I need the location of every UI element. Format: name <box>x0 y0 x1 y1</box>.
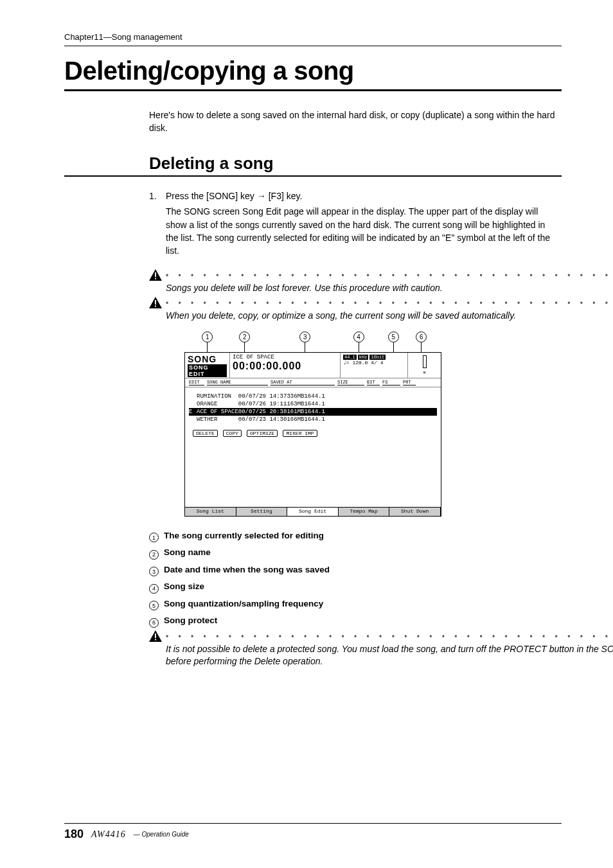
delete-button[interactable]: DELETE <box>193 430 218 437</box>
svg-rect-5 <box>155 639 156 640</box>
legend-label-5: Song quantization/sampling frequency <box>164 599 323 608</box>
cell-bit: 16 <box>304 400 311 408</box>
col-name: SONG NAME <box>207 380 268 385</box>
callout-4: 4 <box>353 332 364 342</box>
edit-mark <box>189 416 197 423</box>
screen-table-header: EDIT SONG NAME SAVED AT SIZE BIT FS PRT <box>185 378 441 387</box>
table-row[interactable]: ORANGE 00/07/26 19:11 163MB 16 44.1 <box>189 400 437 408</box>
cell-size: 163MB <box>287 400 304 408</box>
warning-text-3: It is not possible to delete a protected… <box>166 643 613 668</box>
footer-brand: AW4416 <box>91 829 126 840</box>
cell-name: WETHER <box>197 416 238 423</box>
cell-date: 00/07/23 14:30 <box>238 416 287 423</box>
legend-item-1: 1 The song currently selected for editin… <box>149 531 562 542</box>
cell-bit: 16 <box>304 408 311 416</box>
tab-song-list[interactable]: Song List <box>185 507 236 516</box>
cell-name: ACE OF SPACE <box>197 408 238 416</box>
time-sig-display: 4/ 4 <box>371 360 383 366</box>
legend-circle-6: 6 <box>149 618 159 628</box>
tab-setting[interactable]: Setting <box>236 507 288 516</box>
tempo-display: ♩= 120.0 <box>343 360 368 366</box>
warning-text-2: When you delete, copy, or optimize a son… <box>166 310 613 323</box>
legend-circle-4: 4 <box>149 584 159 594</box>
warning-icon <box>149 630 166 644</box>
bit-depth-badge: 16bit <box>369 355 386 360</box>
lcd-screen: SONG SONG EDIT ICE OF SPACE 00:00:00.000… <box>184 352 441 517</box>
tab-song-edit[interactable]: Song Edit <box>287 507 339 516</box>
cell-date: 00/07/29 14:37 <box>238 393 287 400</box>
callout-1: 1 <box>202 332 213 342</box>
legend-item-2: 2 Song name <box>149 547 562 558</box>
warning-block-1: • • • • • • • • • • • • • • • • • • • • … <box>149 272 555 295</box>
screen-top-right: 44.1kHz16bit ♩= 120.0 4/ 4 <box>340 353 407 378</box>
edit-mark <box>189 393 197 400</box>
table-row[interactable]: WETHER 00/07/23 14:30 166MB 16 44.1 <box>189 416 437 423</box>
legend-list: 1 The song currently selected for editin… <box>149 531 562 626</box>
col-bit: BIT <box>367 380 380 385</box>
svg-rect-3 <box>155 306 156 307</box>
cell-size: 166MB <box>287 416 304 423</box>
warning-icon <box>149 269 166 283</box>
tab-shut-down[interactable]: Shut Down <box>389 507 441 516</box>
step-title-pre: Press the [SONG] key <box>166 191 254 201</box>
copy-button[interactable]: COPY <box>223 430 242 437</box>
cell-fs: 44.1 <box>311 400 325 408</box>
legend-label-2: Song name <box>164 547 211 557</box>
arrow-icon: → <box>257 190 266 202</box>
screen-song-title: ICE OF SPACE <box>233 354 337 360</box>
table-row[interactable]: RUMINATION 00/07/29 14:37 336MB 16 44.1 <box>189 393 437 400</box>
warning-icon <box>149 297 166 311</box>
dot-rule: • • • • • • • • • • • • • • • • • • • • … <box>166 299 613 307</box>
legend-circle-5: 5 <box>149 601 159 610</box>
step-number: 1. <box>149 190 166 265</box>
optimize-button[interactable]: OPTIMIZE <box>247 430 278 437</box>
legend-item-6: 6 Song protect <box>149 616 562 626</box>
page-number: 180 <box>64 828 84 841</box>
section-subtitle: Deleting a song <box>149 154 562 173</box>
callout-5: 5 <box>388 332 399 342</box>
col-edit: EDIT <box>189 380 204 385</box>
dot-rule: • • • • • • • • • • • • • • • • • • • • … <box>166 633 613 641</box>
legend-item-5: 5 Song quantization/sampling frequency <box>149 599 562 610</box>
legend-label-6: Song protect <box>164 616 217 625</box>
callout-6: 6 <box>416 332 427 342</box>
col-size: SIZE <box>337 380 364 385</box>
tab-tempo-map[interactable]: Tempo Map <box>339 507 390 516</box>
screen-meter: M <box>407 353 441 378</box>
sample-rate-badge: 44.1 <box>343 355 357 360</box>
subtitle-rule <box>64 175 562 177</box>
svg-rect-2 <box>155 300 156 305</box>
col-prt: PRT <box>403 380 416 385</box>
step-1: 1. Press the [SONG] key→[F3] key. The SO… <box>149 190 555 265</box>
table-row-selected[interactable]: EACE OF SPACE 00/07/25 20:38 161MB 16 44… <box>189 408 437 416</box>
svg-rect-1 <box>155 278 156 279</box>
screenshot-figure: 1 2 3 4 5 6 SONG SONG EDIT ICE OF SPACE <box>184 332 441 517</box>
khz-badge: kHz <box>358 355 369 360</box>
screen-button-row: DELETE COPY OPTIMIZE MIXER IMP <box>185 426 441 441</box>
footer-operation-guide: — Operation Guide <box>134 831 189 838</box>
header-rule <box>64 46 562 46</box>
intro-paragraph: Here's how to delete a song saved on the… <box>149 109 555 134</box>
warning-block-3: • • • • • • • • • • • • • • • • • • • • … <box>149 633 555 668</box>
legend-circle-2: 2 <box>149 550 159 560</box>
step-title: Press the [SONG] key→[F3] key. <box>166 190 555 202</box>
cell-size: 336MB <box>287 393 304 400</box>
cell-date: 00/07/26 19:11 <box>238 400 287 408</box>
title-rule <box>64 89 562 91</box>
cell-fs: 44.1 <box>311 408 325 416</box>
cell-size: 161MB <box>287 408 304 416</box>
edit-mark <box>189 400 197 408</box>
legend-circle-1: 1 <box>149 533 159 542</box>
mixer-imp-button[interactable]: MIXER IMP <box>283 430 317 437</box>
cell-name: ORANGE <box>197 400 238 408</box>
screen-logo-top: SONG <box>188 354 227 364</box>
col-saved: SAVED AT <box>271 380 335 385</box>
svg-rect-4 <box>155 633 156 638</box>
screen-table-body: RUMINATION 00/07/29 14:37 336MB 16 44.1 … <box>185 387 441 427</box>
svg-rect-0 <box>155 272 156 277</box>
legend-label-1: The song currently selected for editing <box>164 531 324 540</box>
col-fs: FS <box>382 380 400 385</box>
page-title: Deleting/copying a song <box>64 57 562 85</box>
legend-item-4: 4 Song size <box>149 581 562 592</box>
cell-bit: 16 <box>304 416 311 423</box>
